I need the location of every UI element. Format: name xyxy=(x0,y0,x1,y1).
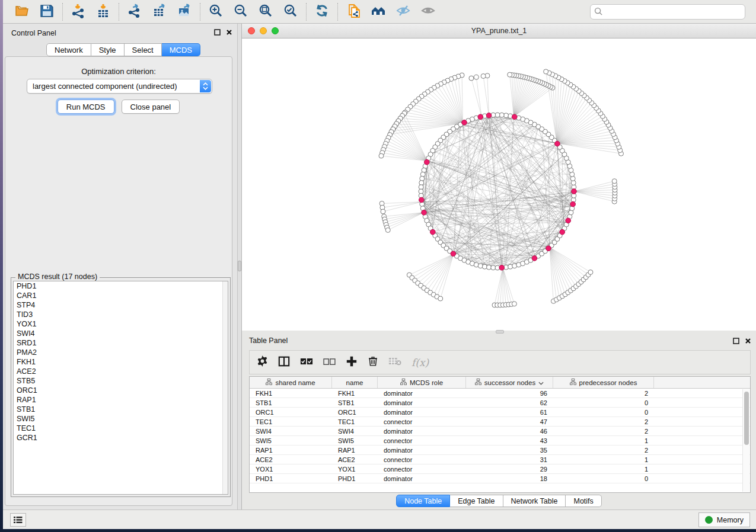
copy-network-button[interactable] xyxy=(343,2,364,21)
column-header-successor-nodes[interactable]: successor nodes xyxy=(466,377,553,388)
tab-network[interactable]: Network xyxy=(46,43,91,56)
graph-node-mcds[interactable] xyxy=(572,189,577,194)
column-header-MCDS-role[interactable]: MCDS role xyxy=(378,377,466,388)
table-row[interactable]: ACE2ACE2connector311 xyxy=(250,455,750,464)
graph-node[interactable] xyxy=(469,76,474,81)
export-image-button[interactable] xyxy=(174,2,195,21)
add-column-button[interactable] xyxy=(346,355,358,370)
select-all-button[interactable] xyxy=(300,357,313,368)
graph-node-mcds[interactable] xyxy=(430,229,435,235)
tab-motifs[interactable]: Motifs xyxy=(566,495,601,507)
graph-node[interactable] xyxy=(438,296,443,301)
column-button[interactable] xyxy=(278,355,290,370)
delete-column-button[interactable] xyxy=(368,355,378,369)
graph-node[interactable] xyxy=(544,69,548,74)
criterion-select[interactable]: largest connected component (undirected) xyxy=(27,79,212,94)
column-header-shared-name[interactable]: shared name xyxy=(250,377,332,388)
tab-style[interactable]: Style xyxy=(91,43,125,56)
table-row[interactable]: SWI5SWI5connector431 xyxy=(250,436,750,446)
network-canvas[interactable] xyxy=(242,39,756,331)
mcds-result-item[interactable]: GCR1 xyxy=(14,433,228,443)
mcds-result-item[interactable]: STB1 xyxy=(14,405,228,414)
zoom-in-button[interactable] xyxy=(205,2,227,21)
node-table[interactable]: shared namenameMCDS rolesuccessor nodesp… xyxy=(249,376,751,493)
table-row[interactable]: TEC1TEC1connector472 xyxy=(250,417,750,427)
refresh-button[interactable] xyxy=(311,2,333,21)
column-header-name[interactable]: name xyxy=(332,377,378,388)
save-session-button[interactable] xyxy=(36,2,58,21)
graph-node[interactable] xyxy=(478,264,483,268)
task-history-button[interactable] xyxy=(10,513,26,527)
graph-node[interactable] xyxy=(379,153,384,158)
graph-node-mcds[interactable] xyxy=(419,197,425,203)
graph-node[interactable] xyxy=(508,72,512,77)
graph-node-mcds[interactable] xyxy=(546,246,551,251)
mcds-result-item[interactable]: PMA2 xyxy=(14,348,228,357)
graph-node[interactable] xyxy=(612,179,617,184)
mcds-result-item[interactable]: STB5 xyxy=(14,376,228,386)
graph-node[interactable] xyxy=(420,172,425,177)
zoom-out-button[interactable] xyxy=(230,2,251,21)
search-input[interactable] xyxy=(590,4,745,20)
mcds-result-item[interactable]: SWI4 xyxy=(14,329,228,338)
mcds-result-item[interactable]: TEC1 xyxy=(14,424,228,433)
open-file-button[interactable] xyxy=(11,2,33,21)
table-row[interactable]: RAP1RAP1dominator352 xyxy=(250,446,750,455)
graph-node-mcds[interactable] xyxy=(555,141,560,146)
mcds-result-item[interactable]: SWI5 xyxy=(14,414,228,424)
vertical-splitter[interactable] xyxy=(237,24,242,509)
graph-node[interactable] xyxy=(381,209,385,214)
graph-node[interactable] xyxy=(512,302,516,306)
table-scrollbar[interactable] xyxy=(742,389,749,492)
mcds-result-item[interactable]: ACE2 xyxy=(14,367,228,376)
column-header-predecessor-nodes[interactable]: predecessor nodes xyxy=(553,377,654,388)
graph-node-mcds[interactable] xyxy=(512,114,517,120)
float-panel-icon[interactable] xyxy=(213,28,221,36)
graph-node-mcds[interactable] xyxy=(425,159,430,165)
graph-node-mcds[interactable] xyxy=(478,114,483,120)
tab-node-table[interactable]: Node Table xyxy=(396,495,450,507)
network-graph[interactable] xyxy=(242,39,756,331)
tab-select[interactable]: Select xyxy=(125,43,162,56)
mcds-result-item[interactable]: PHD1 xyxy=(14,281,228,291)
graph-node-mcds[interactable] xyxy=(486,113,492,118)
mcds-result-item[interactable]: FKH1 xyxy=(14,357,228,367)
graph-node[interactable] xyxy=(570,176,575,181)
close-panel-button[interactable]: Close panel xyxy=(122,100,180,114)
mcds-result-item[interactable]: STP4 xyxy=(14,300,228,310)
graph-node[interactable] xyxy=(385,227,390,232)
graph-node-mcds[interactable] xyxy=(570,201,576,207)
tab-mcds[interactable]: MCDS xyxy=(162,43,200,56)
deselect-all-button[interactable] xyxy=(323,357,336,368)
export-network-button[interactable] xyxy=(124,2,145,21)
table-row[interactable]: FKH1FKH1dominator962 xyxy=(250,389,750,398)
graph-node-mcds[interactable] xyxy=(499,265,505,270)
close-panel-icon[interactable] xyxy=(225,28,232,36)
memory-button[interactable]: Memory xyxy=(698,512,750,527)
table-scrollbar-thumb[interactable] xyxy=(744,392,749,445)
mcds-list-scrollbar[interactable] xyxy=(222,281,228,494)
first-neighbors-button[interactable] xyxy=(368,2,389,21)
delete-table-button[interactable] xyxy=(388,356,401,368)
mcds-result-item[interactable]: TID3 xyxy=(14,310,228,319)
table-row[interactable]: PHD1PHD1dominator180 xyxy=(250,474,750,483)
import-table-button[interactable] xyxy=(92,2,114,21)
mcds-result-item[interactable]: RAP1 xyxy=(14,395,228,405)
table-row[interactable]: STB1STB1dominator620 xyxy=(250,398,750,408)
graph-node[interactable] xyxy=(481,73,486,78)
function-button[interactable]: f(x) xyxy=(412,357,429,368)
graph-node-mcds[interactable] xyxy=(532,256,537,261)
zoom-fit-button[interactable] xyxy=(255,2,276,21)
mcds-result-item[interactable]: CAR1 xyxy=(14,291,228,300)
mcds-result-item[interactable]: ORC1 xyxy=(14,386,228,395)
mcds-result-item[interactable]: YOX1 xyxy=(14,319,228,329)
graph-node-mcds[interactable] xyxy=(462,120,467,125)
graph-node[interactable] xyxy=(588,270,593,274)
tab-edge-table[interactable]: Edge Table xyxy=(450,495,503,507)
table-row[interactable]: YOX1YOX1connector291 xyxy=(250,464,750,474)
network-window-titlebar[interactable]: YPA_prune.txt_1 xyxy=(242,24,756,39)
export-table-button[interactable] xyxy=(149,2,170,21)
tab-network-table[interactable]: Network Table xyxy=(503,495,566,507)
float-table-panel-icon[interactable] xyxy=(732,337,739,344)
graph-node-mcds[interactable] xyxy=(422,210,427,215)
